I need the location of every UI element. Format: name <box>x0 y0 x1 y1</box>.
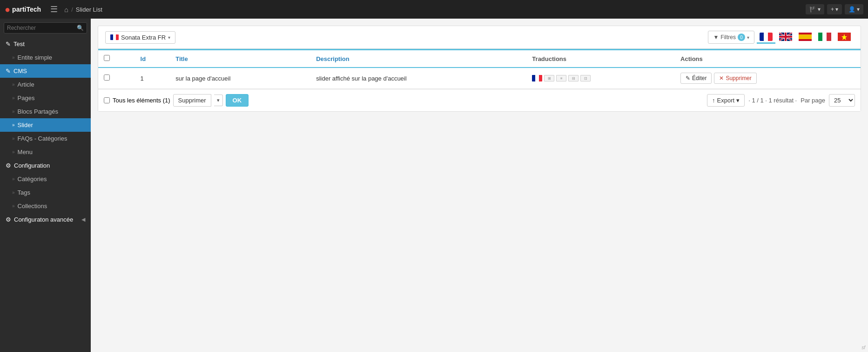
row-checkbox[interactable] <box>104 74 110 81</box>
row-title-cell: sur la page d'accueil <box>170 68 310 89</box>
trans-cols-icon[interactable]: ⊟ <box>568 75 579 81</box>
locale-selector[interactable]: Sonata Extra FR ▾ <box>105 31 175 44</box>
plus-icon: + <box>831 6 834 13</box>
chevron-icon: » <box>12 190 15 195</box>
svg-rect-10 <box>799 34 812 39</box>
row-checkbox-cell <box>98 68 135 89</box>
breadcrumb: ⌂ / Slider List <box>64 6 102 14</box>
per-page-select[interactable]: 25 50 100 <box>829 94 855 107</box>
search-icon[interactable]: 🔍 <box>77 25 84 31</box>
row-description: slider affiché sur la page d'accueil <box>316 75 406 82</box>
test-icon: ✎ <box>6 41 11 47</box>
row-id: 1 <box>141 75 144 82</box>
lang-flag-it[interactable] <box>815 31 834 44</box>
bottom-left: Tous les éléments (1) Supprimer ▾ OK <box>104 94 249 107</box>
select-all-checkbox[interactable] <box>104 55 110 61</box>
trans-settings-icon[interactable]: ⊡ <box>580 75 591 81</box>
sidebar-item-slider[interactable]: » Slider <box>0 118 91 132</box>
traductions-column-label: Traductions <box>532 55 566 62</box>
table-header-row: Id Title Description Traductions <box>98 50 861 68</box>
row-traductions-cell: ⊞ ≡ ⊟ ⊡ <box>526 68 675 89</box>
filter-caret-icon: ▾ <box>747 35 749 40</box>
breadcrumb-current: Slider List <box>76 6 102 13</box>
sidebar-item-label: FAQs - Catégories <box>18 135 67 142</box>
flag-caret: ▾ <box>818 6 821 13</box>
search-input[interactable] <box>7 25 77 31</box>
sidebar-item-collections[interactable]: » Collections <box>0 199 91 213</box>
flag-button[interactable]: 🏴 ▾ <box>806 4 824 14</box>
sidebar-item-faqs-categories[interactable]: » FAQs - Catégories <box>0 132 91 145</box>
bottom-checkbox[interactable] <box>104 97 110 103</box>
sidebar-item-article[interactable]: » Article <box>0 78 91 91</box>
supprimer-caret-button[interactable]: ▾ <box>214 95 223 106</box>
app-logo: ● partiTech <box>5 4 41 15</box>
export-button[interactable]: ↑ Export ▾ <box>707 94 745 107</box>
sidebar-item-entite-simple[interactable]: » Entite simple <box>0 51 91 64</box>
chevron-icon: » <box>12 149 15 155</box>
table-row: 1 sur la page d'accueil slider affiché s… <box>98 68 861 89</box>
sidebar-item-configuration[interactable]: ⚙ Configuration <box>0 159 91 172</box>
plus-button[interactable]: + ▾ <box>827 4 842 14</box>
sidebar-item-categories[interactable]: » Catégories <box>0 172 91 186</box>
lang-flag-vn[interactable] <box>835 31 854 44</box>
pagination-info: · 1 / 1 · 1 résultat · <box>748 97 797 104</box>
config-icon: ⚙ <box>6 162 11 169</box>
it-flag-icon <box>818 33 831 41</box>
actions-column-label: Actions <box>680 55 703 62</box>
title-header[interactable]: Title <box>170 50 310 68</box>
lang-flag-es[interactable] <box>796 31 814 44</box>
filter-label: Filtres <box>720 34 736 41</box>
translation-flags: ⊞ ≡ ⊟ ⊡ <box>532 75 669 81</box>
lang-flag-fr[interactable] <box>757 31 775 44</box>
chevron-icon: » <box>12 122 15 128</box>
svg-rect-13 <box>818 33 822 41</box>
flag-icon: 🏴 <box>809 6 816 13</box>
sidebar-item-pages[interactable]: » Pages <box>0 91 91 105</box>
ok-button[interactable]: OK <box>226 94 249 107</box>
sidebar-item-label: Configuration <box>14 162 50 169</box>
actions-header: Actions <box>675 50 861 68</box>
collapse-icon: ◀ <box>81 217 85 223</box>
sidebar-item-menu[interactable]: » Menu <box>0 145 91 159</box>
chevron-icon: » <box>12 55 15 60</box>
bottom-bar: Tous les éléments (1) Supprimer ▾ OK ↑ E… <box>98 89 861 111</box>
user-button[interactable]: 👤 ▾ <box>845 4 863 14</box>
content-area: Sonata Extra FR ▾ ▼ Filtres 0 ▾ <box>91 19 868 352</box>
delete-button[interactable]: ✕ Supprimer <box>714 73 756 84</box>
table-container: Sonata Extra FR ▾ ▼ Filtres 0 ▾ <box>98 26 861 112</box>
row-title: sur la page d'accueil <box>175 75 230 82</box>
filter-count-badge: 0 <box>738 34 745 41</box>
plus-caret: ▾ <box>835 6 838 13</box>
trans-flag-fr[interactable] <box>532 75 542 81</box>
description-header[interactable]: Description <box>310 50 526 68</box>
filter-icon: ▼ <box>713 34 719 41</box>
logo-text: partiTech <box>12 6 41 13</box>
es-flag-icon <box>799 33 812 41</box>
checkbox-header <box>98 50 135 68</box>
hamburger-icon[interactable]: ☰ <box>50 4 58 14</box>
supprimer-button[interactable]: Supprimer <box>173 94 211 107</box>
edit-button[interactable]: ✎ Éditer <box>680 73 712 84</box>
sidebar-item-cms[interactable]: ✎ CMS <box>0 64 91 78</box>
row-actions-cell: ✎ Éditer ✕ Supprimer <box>675 68 861 89</box>
description-column-label: Description <box>316 55 350 62</box>
svg-rect-8 <box>779 36 792 38</box>
sidebar-item-configuration-avancee[interactable]: ⚙ Configuraton avancée ◀ <box>0 213 91 226</box>
home-icon[interactable]: ⌂ <box>64 6 68 14</box>
filters-button[interactable]: ▼ Filtres 0 ▾ <box>708 31 754 44</box>
id-header[interactable]: Id <box>135 50 170 68</box>
filter-bar: Sonata Extra FR ▾ ▼ Filtres 0 ▾ <box>98 26 861 49</box>
trans-list-icon[interactable]: ≡ <box>556 75 566 81</box>
sidebar-item-label: Blocs Partagés <box>18 108 58 115</box>
sidebar-item-blocs-partages[interactable]: » Blocs Partagés <box>0 105 91 118</box>
sidebar-item-tags[interactable]: » Tags <box>0 186 91 199</box>
sidebar-item-label: Collections <box>18 203 47 210</box>
trans-grid-icon[interactable]: ⊞ <box>544 75 554 81</box>
sidebar-item-label: Menu <box>18 149 33 156</box>
locale-label: Sonata Extra FR <box>121 34 166 41</box>
sidebar-search[interactable]: 🔍 <box>4 22 87 34</box>
sidebar-item-label: Catégories <box>18 176 47 183</box>
sidebar-item-test[interactable]: ✎ Test <box>0 37 91 51</box>
lang-flag-en[interactable] <box>776 31 795 44</box>
navbar-right: 🏴 ▾ + ▾ 👤 ▾ <box>806 4 863 14</box>
